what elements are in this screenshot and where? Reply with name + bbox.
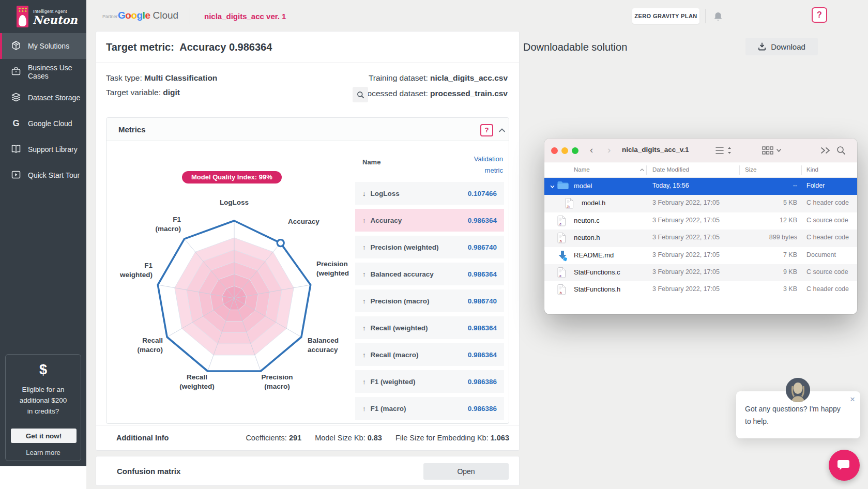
metric-row-logloss[interactable]: ↓LogLoss0.107466 — [355, 182, 504, 205]
download-icon — [758, 42, 766, 51]
metric-row-precision-macro-[interactable]: ↑Precision (macro)0.986740 — [355, 289, 504, 312]
briefcase-icon — [11, 66, 21, 78]
svg-text:F1weighted): F1weighted) — [119, 262, 153, 279]
list-view-icon[interactable] — [715, 145, 734, 158]
svg-text:G: G — [12, 118, 19, 128]
chat-close-icon[interactable]: × — [850, 394, 855, 405]
search-icon — [357, 91, 364, 99]
column-header-size[interactable]: Size — [745, 166, 756, 173]
column-divider — [739, 165, 740, 175]
package-icon — [11, 40, 21, 52]
metric-row-accuracy[interactable]: ↑Accuracy0.986364 — [355, 209, 504, 232]
back-chevron-icon[interactable]: ‹ — [590, 144, 593, 156]
download-button[interactable]: Download — [745, 38, 818, 55]
promo-text: Eligible for an additional $200 in credi… — [6, 384, 81, 417]
metric-row-f1-macro-[interactable]: ↑F1 (macro)0.986386 — [355, 397, 504, 420]
target-metric-header: Target metric: Accuracy 0.986364 — [96, 31, 520, 63]
sidebar: Intelligent Agent Neuton My SolutionsBus… — [0, 0, 86, 466]
finder-window-title: nicla_digits_acc_v.1 — [622, 146, 689, 154]
sidebar-item-my-solutions[interactable]: My Solutions — [0, 33, 86, 59]
svg-text:Precision(macro): Precision(macro) — [262, 373, 293, 390]
additional-info-item: File Size for Embedding Kb: 1.063 — [395, 434, 509, 442]
minimize-window-button[interactable] — [561, 147, 568, 154]
svg-text:.h: .h — [559, 239, 562, 243]
svg-text:Recall(macro): Recall(macro) — [137, 337, 163, 354]
topbar-divider — [190, 8, 190, 24]
close-window-button[interactable] — [551, 147, 558, 154]
file-icon — [557, 250, 568, 263]
model-quality-badge: Model Quality Index: 99% — [182, 171, 282, 184]
metrics-col-name: Name — [362, 158, 380, 166]
additional-info-items: Coefficients: 291Model Size Kb: 0.83File… — [246, 434, 509, 442]
finder-row-model-h[interactable]: .hmodel.h3 February 2022, 17:055 KBC hea… — [544, 195, 857, 212]
sidebar-item-google-cloud[interactable]: GGoogle Cloud — [0, 111, 86, 136]
plan-button[interactable]: ZERO GRAVITY PLAN — [632, 8, 699, 24]
neuton-logo[interactable]: Intelligent Agent Neuton — [0, 0, 86, 32]
zoom-window-button[interactable] — [572, 147, 578, 154]
help-button-top[interactable]: ? — [812, 7, 827, 23]
logo-head-icon — [19, 15, 26, 26]
sort-caret-icon — [639, 168, 645, 172]
metric-row-f1-weighted-[interactable]: ↑F1 (weighted)0.986386 — [355, 370, 504, 393]
svg-text:.c: .c — [559, 222, 562, 225]
topbar-divider-2 — [705, 9, 706, 23]
metrics-panel-header: Metrics ? — [106, 118, 509, 141]
finder-search-icon[interactable] — [836, 145, 846, 158]
column-header-date[interactable]: Date Modified — [652, 166, 689, 173]
target-variable-line: Target variable: digit — [106, 88, 180, 97]
dollar-icon: $ — [6, 362, 81, 378]
metric-row-recall-macro-[interactable]: ↑Recall (macro)0.986364 — [355, 343, 504, 366]
finder-row-readme-md[interactable]: README.md3 February 2022, 17:057 KBDocum… — [544, 247, 857, 264]
video-icon — [11, 170, 21, 181]
metric-direction-icon: ↑ — [362, 243, 366, 251]
finder-row-statfunctions-c[interactable]: .cStatFunctions.c3 February 2022, 17:059… — [544, 264, 857, 281]
notifications-bell-icon[interactable] — [712, 11, 724, 22]
additional-info-title: Additional Info — [116, 434, 169, 442]
metric-row-balanced-accuracy[interactable]: ↑Balanced accuracy0.986364 — [355, 263, 504, 285]
column-header-kind[interactable]: Kind — [806, 166, 818, 173]
task-type-line: Task type: Multi Classification — [106, 73, 217, 83]
metric-direction-icon: ↓ — [362, 190, 366, 197]
chat-bubble-icon — [837, 459, 851, 472]
metric-direction-icon: ↑ — [362, 297, 366, 305]
column-divider — [646, 165, 647, 175]
folder-icon — [557, 180, 569, 192]
file-icon: .h — [565, 197, 574, 211]
chat-launcher-button[interactable] — [829, 450, 860, 481]
target-metric-title: Target metric: Accuracy 0.986364 — [106, 41, 272, 53]
forward-chevron-icon[interactable]: › — [607, 144, 611, 156]
finder-titlebar[interactable]: ‹ › nicla_digits_acc_v.1 — [544, 139, 857, 162]
svg-text:LogLoss: LogLoss — [220, 198, 249, 206]
open-confusion-matrix-button[interactable]: Open — [423, 463, 509, 480]
sidebar-item-business-use-cases[interactable]: Business Use Cases — [0, 59, 86, 85]
finder-row-model[interactable]: modelToday, 15:56--Folder — [544, 178, 857, 195]
finder-row-statfunctions-h[interactable]: .hStatFunctions.h3 February 2022, 17:053… — [544, 281, 857, 298]
sidebar-item-support-library[interactable]: Support Library — [0, 136, 86, 162]
column-header-name[interactable]: Name — [574, 166, 590, 173]
metrics-col-validation[interactable]: Validation metric — [474, 154, 503, 176]
collapse-chevron-icon[interactable] — [498, 126, 506, 134]
finder-row-neuton-h[interactable]: .hneuton.h3 February 2022, 17:05899 byte… — [544, 230, 857, 247]
column-divider — [801, 165, 802, 175]
finder-row-neuton-c[interactable]: .cneuton.c3 February 2022, 17:0512 KBC s… — [544, 212, 857, 230]
sidebar-footer-spacer — [0, 466, 86, 489]
learn-more-link[interactable]: Learn more — [6, 449, 81, 456]
disclosure-chevron-icon[interactable] — [550, 184, 555, 190]
svg-text:.h: .h — [567, 205, 570, 208]
dataset-search-button[interactable] — [353, 87, 368, 102]
metric-direction-icon: ↑ — [362, 324, 366, 332]
chat-avatar — [786, 378, 810, 402]
sidebar-item-dataset-storage[interactable]: Dataset Storage — [0, 85, 86, 111]
confusion-matrix-card: Confusion matrix Open — [96, 456, 520, 486]
sidebar-item-quick-start-tour[interactable]: Quick Start Tour — [0, 162, 86, 188]
logo-brand: Neuton — [33, 13, 78, 26]
svg-text:.h: .h — [559, 291, 562, 295]
more-toolbar-icon[interactable] — [820, 145, 832, 158]
processed-dataset-line: Processed dataset: processed_train.csv — [359, 89, 508, 98]
file-icon: .c — [557, 215, 567, 228]
metrics-help-button[interactable]: ? — [480, 124, 493, 136]
grid-view-icon[interactable] — [762, 145, 783, 158]
metric-row-recall-weighted-[interactable]: ↑Recall (weighted)0.986364 — [355, 316, 504, 339]
get-credits-button[interactable]: Get it now! — [11, 429, 77, 443]
metric-row-precision-weighted-[interactable]: ↑Precision (weighted)0.986740 — [355, 236, 504, 258]
